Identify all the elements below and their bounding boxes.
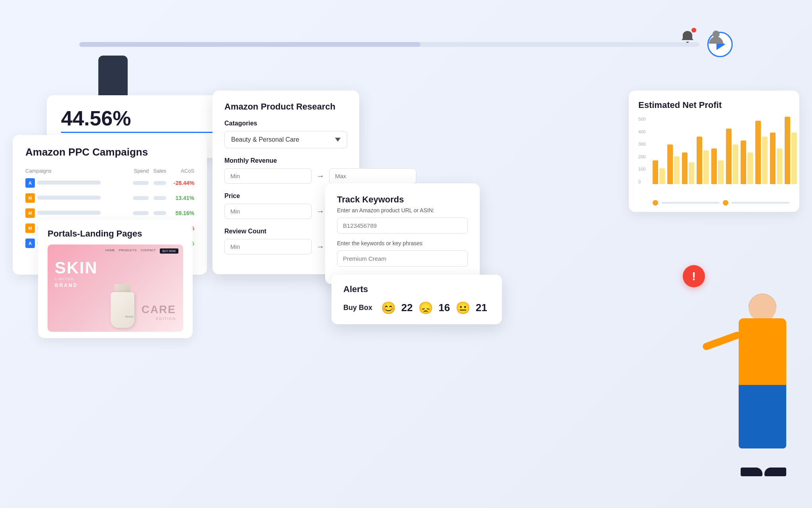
- bell-icon-wrap[interactable]: [680, 29, 695, 46]
- price-min[interactable]: [224, 204, 312, 219]
- bar-gold: [755, 121, 761, 184]
- category-select-text: Beauty & Personal Care: [231, 136, 299, 143]
- table-row: M 13.41%: [25, 190, 194, 206]
- progress-bar-fill: [79, 42, 420, 47]
- error-badge: !: [683, 265, 705, 287]
- bar-group: [682, 152, 694, 184]
- track-keywords-card: Track Keywords Enter an Amazon product U…: [325, 183, 480, 284]
- buy-now-button[interactable]: BUY NOW: [160, 248, 178, 254]
- progress-bar: [79, 42, 699, 47]
- bar: [37, 211, 101, 215]
- top-bar: [79, 32, 733, 57]
- bar-light: [674, 156, 680, 184]
- y-label: 300: [638, 142, 650, 146]
- person-illustration: [689, 294, 792, 476]
- col-campaigns: Campaigns: [25, 166, 127, 175]
- landing-preview: HOME PRODUCTS CONTACT BUY NOW SKIN LIMIT…: [48, 244, 183, 332]
- portals-card: Portals-Landing Pages HOME PRODUCTS CONT…: [38, 220, 193, 338]
- sad-smiley-icon: 😞: [418, 301, 433, 315]
- user-icon: [707, 28, 725, 45]
- bar-gold: [653, 160, 658, 184]
- profit-title: Estimated Net Profit: [638, 100, 790, 110]
- nav-home: HOME: [105, 248, 115, 254]
- chart-line-bar2: [732, 202, 790, 204]
- acos-underline: [61, 132, 227, 133]
- category-select[interactable]: Beauty & Personal Care: [224, 131, 347, 148]
- sales-num: [153, 211, 166, 215]
- badge-m: M: [25, 223, 35, 233]
- spend-num: [133, 181, 149, 185]
- dropdown-arrow-icon: [335, 138, 341, 142]
- review-count-min[interactable]: [224, 239, 312, 254]
- bar-gold: [785, 117, 790, 184]
- bar: [37, 181, 101, 185]
- keywords-input[interactable]: [337, 250, 468, 267]
- person-head: [749, 294, 776, 321]
- url-input[interactable]: [337, 217, 468, 234]
- bar-gold: [682, 152, 688, 184]
- spend-num: [133, 196, 149, 200]
- alerts-row: Buy Box 😊 22 😞 16 😐 21: [343, 301, 490, 315]
- happy-count: 22: [401, 302, 413, 314]
- monthly-revenue-min[interactable]: [224, 168, 312, 184]
- landing-nav: HOME PRODUCTS CONTACT BUY NOW: [48, 248, 183, 254]
- person-pants: [739, 385, 786, 448]
- skin-text: SKIN: [55, 260, 98, 276]
- bar-group: [711, 148, 724, 184]
- bar-gold: [711, 148, 717, 184]
- chart-dot-gold2: [723, 200, 728, 206]
- bottle-label: BRAND: [119, 316, 139, 318]
- user-icon-wrap[interactable]: [707, 28, 725, 47]
- chart-line-bar: [661, 202, 720, 204]
- bar-light: [703, 150, 709, 184]
- col-acos: ACoS: [166, 166, 194, 175]
- table-row: M 59.16%: [25, 206, 194, 221]
- table-row: A -28.44%: [25, 175, 194, 190]
- notification-dot: [691, 28, 696, 33]
- acos-neg: -28.44%: [166, 175, 194, 190]
- review-count-arrow: →: [316, 242, 324, 251]
- acos-pos: 59.16%: [166, 206, 194, 221]
- bar-light: [718, 160, 724, 184]
- bar-light: [747, 152, 753, 184]
- header-icons: [680, 28, 725, 47]
- bar-light: [689, 162, 694, 184]
- categories-label: Catagories: [224, 120, 347, 127]
- portals-title: Portals-Landing Pages: [48, 229, 183, 239]
- person-arm: [702, 331, 741, 351]
- nav-products: PRODUCTS: [119, 248, 137, 254]
- bar-light: [733, 144, 738, 184]
- sales-num: [153, 196, 166, 200]
- col-sales: Sales: [149, 166, 166, 175]
- bar-group: [697, 137, 709, 184]
- person-shoe-right: [764, 468, 786, 476]
- bar-gold: [667, 144, 673, 184]
- track-keywords-title: Track Keywords: [337, 194, 468, 205]
- bar: [37, 196, 101, 200]
- bar-light: [791, 133, 797, 184]
- alerts-card: Alerts Buy Box 😊 22 😞 16 😐 21: [331, 275, 502, 324]
- product-research-title: Amazon Product Research: [224, 102, 347, 112]
- bar-group: [755, 121, 768, 184]
- bottle-body: BRAND: [111, 292, 134, 328]
- sales-num: [153, 181, 166, 185]
- buy-box-label: Buy Box: [343, 304, 372, 312]
- monthly-revenue-label: Monthly Revenue: [224, 157, 347, 164]
- y-label: 400: [638, 129, 650, 134]
- monthly-revenue-max[interactable]: [329, 168, 416, 184]
- error-icon: !: [692, 269, 696, 283]
- url-label: Enter an Amazon product URL or ASIN:: [337, 207, 468, 214]
- badge-a: A: [25, 239, 35, 248]
- bar-light: [659, 168, 665, 184]
- spend-num: [133, 211, 149, 215]
- acos-pos: 13.41%: [166, 190, 194, 206]
- bar-group: [667, 144, 680, 184]
- brand-text: BRAND: [55, 283, 78, 288]
- nav-contact: CONTACT: [141, 248, 156, 254]
- person-shoe-left: [741, 468, 762, 476]
- bar-light: [762, 137, 768, 184]
- keywords-label: Enter the keywords or key phrases: [337, 240, 468, 246]
- cream-bottle: BRAND: [105, 280, 140, 328]
- chart-y-labels: 500 400 300 200 100 0: [638, 117, 650, 184]
- acos-value: 44.56%: [61, 108, 227, 129]
